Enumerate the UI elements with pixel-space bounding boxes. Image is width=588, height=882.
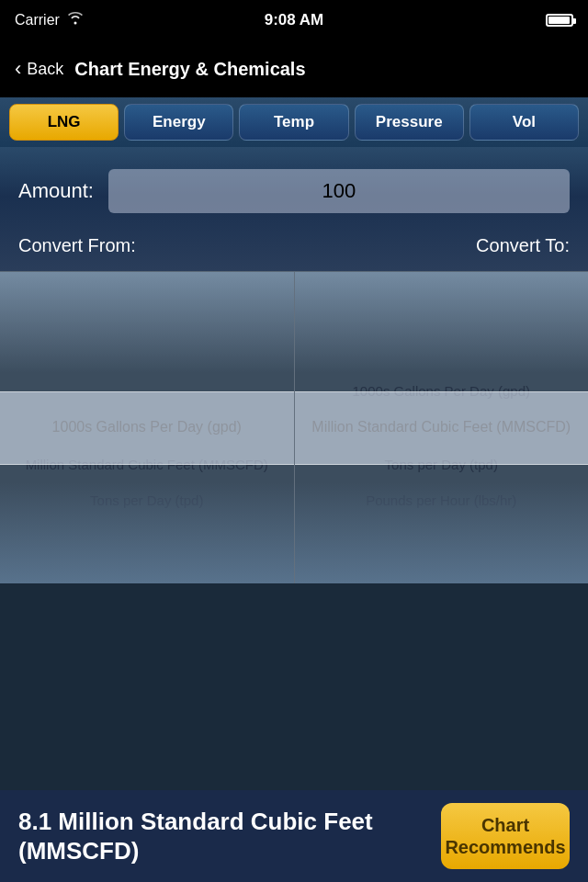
nav-bar: ‹ Back Chart Energy & Chemicals [0, 40, 588, 97]
status-bar: Carrier 9:08 AM [0, 0, 588, 40]
wifi-icon [67, 12, 84, 28]
picker-from-items: 1000s Gallons Per Day (gpd) Million Stan… [0, 336, 294, 519]
battery-icon [546, 14, 573, 27]
picker-from-item-faded[interactable]: Tons per Day (tpd) [0, 482, 294, 519]
picker-to-items: 1000s Gallons Per Day (gpd) Million Stan… [295, 336, 589, 519]
back-chevron-icon: ‹ [15, 57, 21, 81]
picker-to-item-faded[interactable]: Pounds per Hour (lbs/hr) [295, 482, 589, 519]
result-bar: 8.1 Million Standard Cubic Feet (MMSCFD)… [0, 790, 588, 882]
picker-to-column[interactable]: 1000s Gallons Per Day (gpd) Million Stan… [295, 272, 589, 583]
result-value: 8.1 Million Standard Cubic Feet (MMSCFD) [18, 807, 441, 866]
amount-row: Amount: [18, 169, 570, 213]
convert-from-label: Convert From: [18, 235, 136, 256]
picker-from-item-near[interactable]: Million Standard Cubic Feet (MMSCFD) [0, 447, 294, 483]
status-time: 9:08 AM [265, 11, 324, 29]
convert-headers: Convert From: Convert To: [18, 235, 570, 256]
picker-to-item-selected[interactable]: Million Standard Cubic Feet (MMSCFD) [295, 409, 589, 447]
picker-to-item-near2[interactable]: Tons per Day (tpd) [295, 447, 589, 483]
picker-from-item-selected[interactable]: 1000s Gallons Per Day (gpd) [0, 409, 294, 447]
chart-recommends-button[interactable]: ChartRecommends [441, 803, 570, 869]
picker-columns: 1000s Gallons Per Day (gpd) Million Stan… [0, 272, 588, 583]
picker-to-item-empty1 [295, 336, 589, 373]
picker-area[interactable]: 1000s Gallons Per Day (gpd) Million Stan… [0, 271, 588, 583]
amount-label: Amount: [18, 179, 94, 203]
main-content: Amount: Convert From: Convert To: [0, 147, 588, 271]
picker-from-item-empty1 [0, 336, 294, 373]
tab-bar: LNG Energy Temp Pressure Vol [0, 97, 588, 147]
tab-energy[interactable]: Energy [124, 104, 233, 141]
tab-pressure[interactable]: Pressure [355, 104, 464, 141]
tab-vol[interactable]: Vol [469, 104, 579, 141]
picker-to-item-near1[interactable]: 1000s Gallons Per Day (gpd) [295, 373, 589, 410]
status-right [546, 14, 573, 27]
carrier-label: Carrier [15, 12, 60, 28]
tab-lng[interactable]: LNG [9, 104, 119, 141]
picker-from-column[interactable]: 1000s Gallons Per Day (gpd) Million Stan… [0, 272, 294, 583]
tab-temp[interactable]: Temp [239, 104, 348, 141]
picker-from-item-empty2 [0, 373, 294, 410]
nav-title: Chart Energy & Chemicals [74, 59, 305, 80]
back-label: Back [27, 60, 63, 79]
amount-input[interactable] [108, 169, 570, 213]
back-button[interactable]: ‹ Back [15, 57, 63, 81]
convert-to-label: Convert To: [476, 235, 570, 256]
status-left: Carrier [15, 12, 84, 28]
